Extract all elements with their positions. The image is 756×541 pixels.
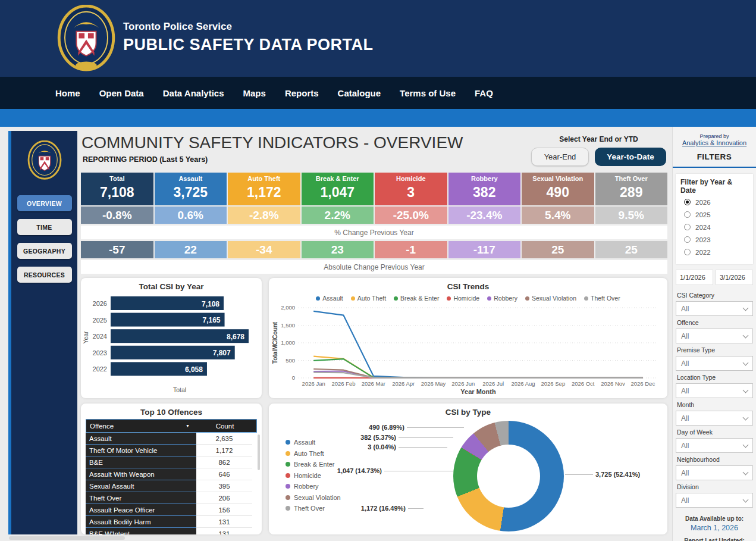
kpi-pct-theft-over: 9.5% bbox=[595, 207, 668, 224]
table-row[interactable]: Theft Over206 bbox=[86, 492, 257, 504]
sidebar-item-overview[interactable]: OVERVIEW bbox=[17, 195, 72, 211]
kpi-card-robbery[interactable]: Robbery382 bbox=[448, 173, 521, 205]
year-radio-2022[interactable]: 2022 bbox=[680, 247, 748, 257]
year-radio-2024[interactable]: 2024 bbox=[680, 222, 748, 232]
legend-item-robbery[interactable]: Robbery bbox=[286, 481, 341, 492]
table-row[interactable]: Assault Peace Officer156 bbox=[86, 504, 257, 516]
table-row[interactable]: B&E W'Intent131 bbox=[86, 528, 257, 534]
radio-selected-icon bbox=[684, 199, 691, 205]
legend-item-homicide[interactable]: Homicide bbox=[447, 295, 479, 302]
chevron-down-icon bbox=[743, 387, 749, 393]
leader-line bbox=[384, 471, 453, 471]
filter-dropdown-location-type[interactable]: All bbox=[676, 383, 753, 398]
svg-text:2026 Nov: 2026 Nov bbox=[601, 380, 625, 387]
filter-group-month: MonthAll bbox=[676, 398, 753, 425]
year-radio-2023[interactable]: 2023 bbox=[680, 234, 748, 245]
kpi-card-sexual-violation[interactable]: Sexual Violation490 bbox=[522, 173, 594, 205]
filter-dropdown-csi-category[interactable]: All bbox=[676, 301, 753, 316]
year-radio-group: 20262025202420232022 bbox=[680, 197, 748, 257]
year-to-date-button[interactable]: Year-to-Date bbox=[595, 148, 666, 166]
legend-item-auto-theft[interactable]: Auto Theft bbox=[351, 295, 386, 302]
kpi-value: 7,108 bbox=[81, 184, 153, 201]
kpi-card-homicide[interactable]: Homicide3 bbox=[375, 173, 447, 205]
kpi-value: 1,047 bbox=[302, 184, 374, 201]
legend-item-assault[interactable]: Assault bbox=[286, 437, 341, 448]
legend-dot bbox=[316, 296, 320, 301]
sidebar-item-time[interactable]: TIME bbox=[17, 219, 72, 235]
legend-label: Sexual Violation bbox=[294, 494, 341, 501]
legend-dot bbox=[286, 473, 290, 478]
table-row[interactable]: Sexual Assault395 bbox=[86, 480, 257, 492]
kpi-value: 289 bbox=[595, 184, 668, 201]
horizontal-scrollbar[interactable] bbox=[9, 536, 125, 540]
filter-group-location-type: Location TypeAll bbox=[676, 370, 753, 398]
nav-item-open-data[interactable]: Open Data bbox=[99, 88, 144, 98]
filter-dropdown-offence[interactable]: All bbox=[676, 329, 753, 343]
csi-by-type-card: CSI by Type AssaultAuto TheftBreak & Ent… bbox=[269, 404, 667, 534]
trend-legend: AssaultAuto TheftBreak & EnterHomicideRo… bbox=[269, 295, 667, 302]
filter-label: Day of Week bbox=[676, 425, 753, 438]
table-row[interactable]: B&E862 bbox=[86, 456, 257, 468]
total-csi-by-year-chart[interactable]: 20267,10820257,16520248,67820237,8072022… bbox=[81, 278, 262, 398]
filter-dropdown-division[interactable]: All bbox=[676, 493, 753, 508]
count-column-header[interactable]: Count bbox=[193, 423, 256, 430]
year-date-slicer-label: Filter by Year & Date bbox=[680, 178, 748, 195]
nav-item-data-analytics[interactable]: Data Analytics bbox=[163, 88, 224, 98]
csi-by-type-donut[interactable] bbox=[453, 421, 564, 531]
nav-item-home[interactable]: Home bbox=[55, 88, 80, 98]
legend-item-theft-over[interactable]: Theft Over bbox=[286, 503, 341, 514]
legend-label: Robbery bbox=[294, 483, 319, 490]
legend-item-sexual-violation[interactable]: Sexual Violation bbox=[286, 492, 341, 504]
filter-dropdown-neighbourhood[interactable]: All bbox=[676, 465, 753, 480]
kpi-value: 3 bbox=[375, 184, 447, 201]
nav-item-terms-of-use[interactable]: Terms of Use bbox=[400, 88, 456, 98]
year-radio-2026[interactable]: 2026 bbox=[680, 197, 748, 207]
chevron-down-icon bbox=[743, 332, 749, 338]
count-cell: 395 bbox=[196, 480, 252, 492]
legend-item-auto-theft[interactable]: Auto Theft bbox=[286, 448, 341, 459]
offence-column-header[interactable]: Offence ▼ bbox=[86, 423, 193, 430]
legend-dot bbox=[286, 495, 290, 500]
table-row[interactable]: Assault Bodily Harm131 bbox=[86, 516, 257, 528]
table-scrollbar[interactable] bbox=[258, 434, 260, 470]
legend-item-sexual-violation[interactable]: Sexual Violation bbox=[525, 295, 576, 302]
reporting-period-label: REPORTING PERIOD (Last 5 Years) bbox=[83, 155, 208, 164]
radio-icon bbox=[684, 211, 691, 218]
legend-item-robbery[interactable]: Robbery bbox=[487, 295, 517, 302]
legend-item-break-enter[interactable]: Break & Enter bbox=[394, 295, 439, 302]
date-to-input[interactable]: 3/1/2026 bbox=[716, 270, 753, 285]
sidebar-item-geography[interactable]: GEOGRAPHY bbox=[17, 243, 72, 259]
filter-dropdowns: CSI CategoryAllOffenceAllPremise TypeAll… bbox=[673, 288, 756, 507]
legend-item-assault[interactable]: Assault bbox=[316, 295, 343, 302]
filter-dropdown-premise-type[interactable]: All bbox=[676, 356, 753, 371]
analytics-innovation-link[interactable]: Analytics & Innovation bbox=[673, 139, 756, 146]
year-radio-2025[interactable]: 2025 bbox=[680, 209, 748, 220]
radio-icon bbox=[684, 224, 691, 230]
filter-value: All bbox=[681, 442, 689, 450]
svg-text:TotalMCICount: TotalMCICount bbox=[272, 321, 278, 364]
svg-text:Year: Year bbox=[82, 331, 89, 344]
nav-item-reports[interactable]: Reports bbox=[285, 88, 319, 98]
count-cell: 862 bbox=[196, 456, 252, 468]
nav-item-faq[interactable]: FAQ bbox=[475, 88, 493, 98]
date-from-input[interactable]: 1/1/2026 bbox=[676, 270, 713, 285]
svg-text:2026 Oct: 2026 Oct bbox=[572, 380, 595, 387]
table-row[interactable]: Assault2,635 bbox=[86, 433, 257, 445]
nav-item-catalogue[interactable]: Catalogue bbox=[338, 88, 381, 98]
filter-dropdown-day-of-week[interactable]: All bbox=[676, 438, 753, 453]
table-header-row[interactable]: Offence ▼ Count bbox=[86, 419, 257, 433]
count-cell: 156 bbox=[196, 504, 252, 516]
table-row[interactable]: Assault With Weapon646 bbox=[86, 468, 257, 480]
sidebar-item-resources[interactable]: RESOURCES bbox=[17, 267, 72, 283]
kpi-card-total[interactable]: Total7,108 bbox=[81, 173, 153, 205]
filter-dropdown-month[interactable]: All bbox=[676, 411, 753, 426]
nav-item-maps[interactable]: Maps bbox=[243, 88, 266, 98]
year-end-button[interactable]: Year-End bbox=[531, 148, 589, 166]
kpi-card-theft-over[interactable]: Theft Over289 bbox=[595, 173, 668, 205]
legend-item-theft-over[interactable]: Theft Over bbox=[584, 295, 620, 302]
table-row[interactable]: Theft Of Motor Vehicle1,172 bbox=[86, 445, 257, 456]
count-cell: 206 bbox=[196, 492, 252, 504]
kpi-card-break-enter[interactable]: Break & Enter1,047 bbox=[302, 173, 374, 205]
kpi-card-assault[interactable]: Assault3,725 bbox=[155, 173, 227, 205]
kpi-card-auto-theft[interactable]: Auto Theft1,172 bbox=[228, 173, 300, 205]
